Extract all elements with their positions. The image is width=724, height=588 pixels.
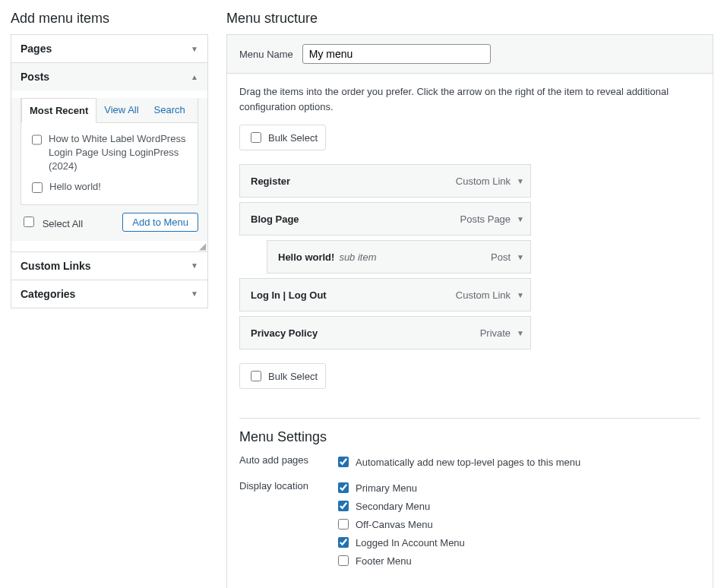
auto-add-label: Auto add pages — [239, 454, 335, 466]
menu-item-blog-page[interactable]: Blog Page Posts Page ▼ — [239, 202, 531, 236]
help-text: Drag the items into the order you prefer… — [239, 84, 700, 114]
bulk-select-checkbox[interactable] — [251, 371, 261, 381]
chevron-down-icon[interactable]: ▼ — [517, 291, 524, 299]
accordion-posts-label: Posts — [21, 71, 49, 83]
posts-tabs: Most Recent View All Search — [21, 98, 198, 123]
menu-item-title: Blog Page — [251, 213, 299, 225]
bulk-select-bottom[interactable]: Bulk Select — [239, 363, 326, 389]
location-label: Off-Canvas Menu — [356, 519, 433, 530]
menu-item-type: Post — [491, 251, 517, 263]
accordion-custom-links: Custom Links ▼ — [11, 252, 207, 280]
add-to-menu-button[interactable]: Add to Menu — [122, 213, 198, 232]
menu-settings-heading: Menu Settings — [239, 429, 700, 445]
menu-item-type: Private — [480, 327, 517, 339]
menu-name-input[interactable] — [302, 44, 491, 64]
accordion-posts-toggle[interactable]: Posts ▲ — [11, 63, 207, 90]
post-checkbox-row: Hello world! — [29, 177, 190, 198]
menu-items-list: Register Custom Link ▼ Blog Page Posts P… — [239, 164, 700, 349]
bulk-select-top[interactable]: Bulk Select — [239, 125, 326, 150]
bulk-select-label: Bulk Select — [268, 371, 318, 382]
menu-item-type: Custom Link — [456, 289, 517, 301]
display-location-label: Display location — [239, 480, 335, 492]
accordion-categories: Categories ▼ — [11, 280, 207, 308]
accordion-posts-body: Most Recent View All Search How to White… — [11, 98, 207, 241]
menu-item-hello-world[interactable]: Hello world! sub item Post ▼ — [267, 240, 531, 273]
accordion-posts: Posts ▲ Most Recent View All Search — [11, 63, 207, 252]
accordion-categories-toggle[interactable]: Categories ▼ — [11, 280, 207, 308]
menu-structure-body: Drag the items into the order you prefer… — [226, 74, 713, 588]
chevron-down-icon: ▼ — [191, 289, 198, 298]
post-checkbox[interactable] — [32, 134, 42, 145]
chevron-down-icon[interactable]: ▼ — [517, 177, 524, 185]
menu-item-type: Posts Page — [460, 213, 517, 225]
chevron-down-icon: ▼ — [191, 261, 198, 270]
location-label: Primary Menu — [356, 482, 417, 494]
location-footer-checkbox[interactable] — [338, 555, 349, 566]
accordion-pages: Pages ▼ — [11, 35, 207, 63]
accordion-custom-links-toggle[interactable]: Custom Links ▼ — [11, 252, 207, 280]
bulk-select-label: Bulk Select — [268, 132, 318, 144]
accordion-pages-toggle[interactable]: Pages ▼ — [11, 35, 207, 62]
posts-tab-body: How to White Label WordPress Login Page … — [21, 123, 198, 204]
menu-item-title: Log In | Log Out — [251, 289, 327, 301]
accordion-custom-links-label: Custom Links — [21, 260, 91, 272]
add-items-heading: Add menu items — [11, 11, 208, 27]
post-label: Hello world! — [49, 180, 101, 194]
menu-item-title: Register — [251, 175, 290, 187]
location-label: Logged In Account Menu — [356, 537, 465, 548]
select-all-label: Select All — [43, 218, 83, 229]
select-all-row: Select All — [21, 214, 83, 229]
location-primary-checkbox[interactable] — [338, 482, 349, 493]
bulk-select-checkbox[interactable] — [251, 132, 261, 143]
menu-item-sub-label: sub item — [339, 251, 376, 263]
auto-add-desc: Automatically add new top-level pages to… — [356, 457, 580, 468]
menu-settings: Menu Settings Auto add pages Automatical… — [239, 429, 700, 571]
menu-structure-heading: Menu structure — [226, 11, 713, 27]
tab-most-recent[interactable]: Most Recent — [21, 98, 96, 123]
accordion-container: Pages ▼ Posts ▲ Most Recent View All Sea… — [11, 34, 208, 308]
menu-item-privacy-policy[interactable]: Privacy Policy Private ▼ — [239, 316, 531, 349]
chevron-up-icon: ▲ — [191, 73, 198, 81]
menu-item-type: Custom Link — [456, 175, 517, 187]
menu-item-login-logout[interactable]: Log In | Log Out Custom Link ▼ — [239, 278, 531, 311]
accordion-categories-label: Categories — [21, 288, 75, 300]
location-offcanvas-checkbox[interactable] — [338, 519, 349, 530]
post-checkbox-row: How to White Label WordPress Login Page … — [29, 129, 190, 177]
menu-name-bar: Menu Name — [226, 34, 713, 74]
post-label: How to White Label WordPress Login Page … — [49, 132, 190, 174]
chevron-down-icon[interactable]: ▼ — [517, 253, 524, 261]
tab-view-all[interactable]: View All — [96, 98, 146, 122]
select-all-checkbox[interactable] — [24, 217, 34, 227]
resize-handle-icon[interactable]: ◢ — [11, 241, 207, 251]
auto-add-checkbox[interactable] — [338, 457, 349, 467]
location-label: Footer Menu — [356, 555, 412, 567]
accordion-pages-label: Pages — [21, 43, 52, 55]
post-checkbox[interactable] — [32, 182, 43, 193]
menu-item-register[interactable]: Register Custom Link ▼ — [239, 164, 531, 198]
location-label: Secondary Menu — [356, 501, 430, 512]
menu-item-title: Privacy Policy — [251, 327, 318, 339]
chevron-down-icon[interactable]: ▼ — [517, 215, 524, 223]
location-loggedin-checkbox[interactable] — [338, 537, 349, 548]
chevron-down-icon[interactable]: ▼ — [517, 329, 524, 337]
chevron-down-icon: ▼ — [191, 45, 198, 53]
menu-item-title: Hello world! — [278, 251, 334, 263]
menu-name-label: Menu Name — [239, 49, 293, 60]
tab-search[interactable]: Search — [147, 98, 193, 122]
location-secondary-checkbox[interactable] — [338, 501, 349, 511]
